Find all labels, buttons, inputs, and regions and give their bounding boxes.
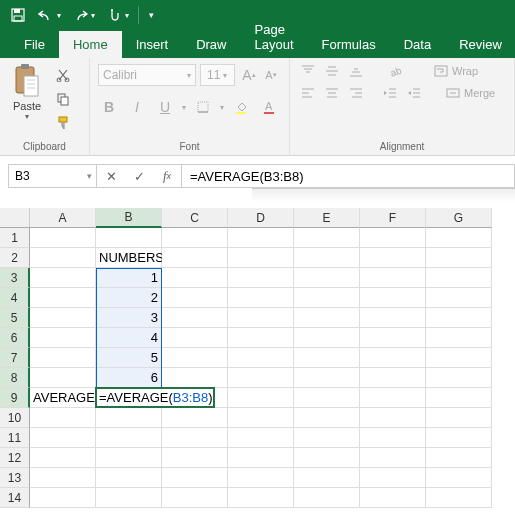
cell-d2[interactable]	[228, 248, 294, 268]
borders-button[interactable]	[192, 96, 214, 118]
cell-g10[interactable]	[426, 408, 492, 428]
increase-indent-button[interactable]	[404, 84, 424, 102]
cell-g6[interactable]	[426, 328, 492, 348]
cell-a2[interactable]	[30, 248, 96, 268]
cell-e4[interactable]	[294, 288, 360, 308]
row-header[interactable]: 12	[0, 448, 30, 468]
row-header[interactable]: 5	[0, 308, 30, 328]
cell-b10[interactable]	[96, 408, 162, 428]
cell-b13[interactable]	[96, 468, 162, 488]
cell-b7[interactable]: 5	[96, 348, 162, 368]
cell-d8[interactable]	[228, 368, 294, 388]
align-top-button[interactable]	[298, 62, 318, 80]
cell-f7[interactable]	[360, 348, 426, 368]
row-header[interactable]: 8	[0, 368, 30, 388]
font-name-selector[interactable]: Calibri▾	[98, 64, 196, 86]
cell-b11[interactable]	[96, 428, 162, 448]
cell-c13[interactable]	[162, 468, 228, 488]
cell-c3[interactable]	[162, 268, 228, 288]
grow-font-button[interactable]: A▴	[239, 64, 259, 86]
tab-formulas[interactable]: Formulas	[308, 31, 390, 58]
orientation-button[interactable]: ab	[386, 62, 406, 80]
italic-button[interactable]: I	[126, 96, 148, 118]
cell-a11[interactable]	[30, 428, 96, 448]
cell-g12[interactable]	[426, 448, 492, 468]
col-header-a[interactable]: A	[30, 208, 96, 228]
col-header-f[interactable]: F	[360, 208, 426, 228]
cell-f3[interactable]	[360, 268, 426, 288]
row-header[interactable]: 10	[0, 408, 30, 428]
redo-button[interactable]	[67, 2, 93, 28]
bold-button[interactable]: B	[98, 96, 120, 118]
cell-e8[interactable]	[294, 368, 360, 388]
cell-c4[interactable]	[162, 288, 228, 308]
cell-e11[interactable]	[294, 428, 360, 448]
cell-g2[interactable]	[426, 248, 492, 268]
row-header[interactable]: 1	[0, 228, 30, 248]
row-header[interactable]: 3	[0, 268, 30, 288]
cell-b5[interactable]: 3	[96, 308, 162, 328]
cell-b14[interactable]	[96, 488, 162, 508]
cell-f2[interactable]	[360, 248, 426, 268]
underline-button[interactable]: U	[154, 96, 176, 118]
format-painter-button[interactable]	[52, 112, 74, 134]
cell-a1[interactable]	[30, 228, 96, 248]
redo-dropdown-icon[interactable]: ▾	[91, 11, 99, 20]
row-header[interactable]: 6	[0, 328, 30, 348]
merge-button[interactable]: Merge	[446, 87, 495, 99]
cell-a13[interactable]	[30, 468, 96, 488]
cell-e2[interactable]	[294, 248, 360, 268]
align-bottom-button[interactable]	[346, 62, 366, 80]
spreadsheet-grid[interactable]: A B C D E F G 12NUMBERS3142536475869AVER…	[0, 208, 515, 508]
cell-b12[interactable]	[96, 448, 162, 468]
cell-c10[interactable]	[162, 408, 228, 428]
name-box[interactable]: B3 ▾	[9, 165, 97, 187]
cell-c14[interactable]	[162, 488, 228, 508]
col-header-e[interactable]: E	[294, 208, 360, 228]
cell-g11[interactable]	[426, 428, 492, 448]
cell-c8[interactable]	[162, 368, 228, 388]
cell-f1[interactable]	[360, 228, 426, 248]
cell-a9[interactable]: AVERAGE=	[30, 388, 96, 408]
cell-f4[interactable]	[360, 288, 426, 308]
align-middle-button[interactable]	[322, 62, 342, 80]
cell-d7[interactable]	[228, 348, 294, 368]
cell-d11[interactable]	[228, 428, 294, 448]
formula-input[interactable]: =AVERAGE(B3:B8)	[182, 169, 514, 184]
cell-d3[interactable]	[228, 268, 294, 288]
tab-insert[interactable]: Insert	[122, 31, 183, 58]
cell-f13[interactable]	[360, 468, 426, 488]
cell-d9[interactable]	[228, 388, 294, 408]
shrink-font-button[interactable]: A▾	[261, 64, 281, 86]
cell-d6[interactable]	[228, 328, 294, 348]
undo-button[interactable]	[33, 2, 59, 28]
cell-c7[interactable]	[162, 348, 228, 368]
touch-dropdown-icon[interactable]: ▾	[125, 11, 133, 20]
cell-b1[interactable]	[96, 228, 162, 248]
cell-f10[interactable]	[360, 408, 426, 428]
tab-review[interactable]: Review	[445, 31, 515, 58]
cell-b4[interactable]: 2	[96, 288, 162, 308]
tab-home[interactable]: Home	[59, 31, 122, 58]
cell-d4[interactable]	[228, 288, 294, 308]
col-header-g[interactable]: G	[426, 208, 492, 228]
font-color-button[interactable]: A	[258, 96, 280, 118]
tab-file[interactable]: File	[10, 31, 59, 58]
row-header[interactable]: 9	[0, 388, 30, 408]
cell-d12[interactable]	[228, 448, 294, 468]
cell-g5[interactable]	[426, 308, 492, 328]
cell-d10[interactable]	[228, 408, 294, 428]
namebox-dropdown-icon[interactable]: ▾	[87, 171, 92, 181]
editing-cell[interactable]: =AVERAGE(B3:B8)	[95, 387, 215, 408]
col-header-b[interactable]: B	[96, 208, 162, 228]
cell-e9[interactable]	[294, 388, 360, 408]
cell-g9[interactable]	[426, 388, 492, 408]
align-right-button[interactable]	[346, 84, 366, 102]
cell-g7[interactable]	[426, 348, 492, 368]
cell-a10[interactable]	[30, 408, 96, 428]
cell-c12[interactable]	[162, 448, 228, 468]
cell-c2[interactable]	[162, 248, 228, 268]
save-button[interactable]	[5, 2, 31, 28]
cell-g14[interactable]	[426, 488, 492, 508]
cell-a4[interactable]	[30, 288, 96, 308]
